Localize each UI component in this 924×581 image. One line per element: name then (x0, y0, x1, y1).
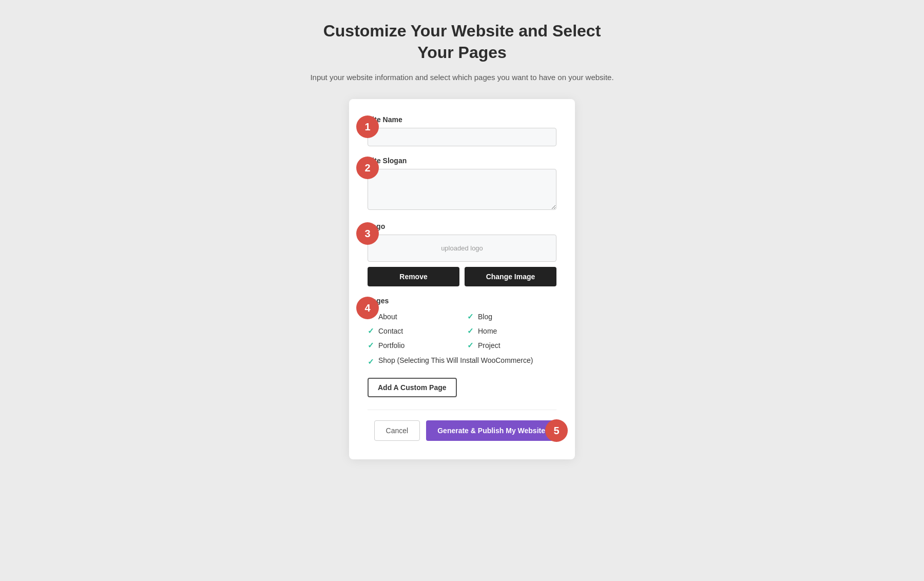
list-item[interactable]: ✓ Blog (467, 312, 556, 321)
page-portfolio-label: Portfolio (378, 341, 405, 350)
check-icon-portfolio: ✓ (368, 341, 374, 350)
list-item[interactable]: ✓ About (368, 312, 457, 321)
pages-section: 4 Pages ✓ About ✓ Blog ✓ Contact ✓ Home … (368, 297, 556, 397)
site-name-label: Site Name (368, 115, 556, 124)
check-icon-shop: ✓ (368, 357, 374, 366)
remove-button[interactable]: Remove (368, 267, 459, 286)
pages-grid: ✓ About ✓ Blog ✓ Contact ✓ Home ✓ Portfo… (368, 312, 556, 366)
check-icon-home: ✓ (467, 326, 474, 336)
step-5-badge: 5 (545, 419, 568, 442)
add-custom-page-button[interactable]: Add A Custom Page (368, 378, 457, 397)
site-name-section: 1 Site Name (368, 115, 556, 146)
step-2-badge: 2 (356, 157, 379, 179)
logo-preview: uploaded logo (368, 235, 556, 262)
form-footer: Cancel Generate & Publish My Website 5 (368, 420, 556, 441)
page-title: Customize Your Website and Select Your P… (308, 21, 616, 63)
site-slogan-section: 2 Site Slogan (368, 157, 556, 212)
generate-publish-button[interactable]: Generate & Publish My Website (426, 420, 556, 441)
check-icon-project: ✓ (467, 341, 474, 350)
logo-label: Logo (368, 222, 556, 230)
change-image-button[interactable]: Change Image (465, 267, 556, 286)
form-card: 1 Site Name 2 Site Slogan 3 Logo uploade… (349, 99, 575, 459)
list-item[interactable]: ✓ Contact (368, 326, 457, 336)
site-slogan-label: Site Slogan (368, 157, 556, 165)
page-home-label: Home (478, 327, 497, 335)
check-icon-contact: ✓ (368, 326, 374, 336)
step-1-badge: 1 (356, 115, 379, 138)
logo-buttons: Remove Change Image (368, 267, 556, 286)
page-subtitle: Input your website information and selec… (308, 71, 616, 84)
check-icon-blog: ✓ (467, 312, 474, 321)
page-blog-label: Blog (478, 313, 492, 321)
step-4-badge: 4 (356, 297, 379, 319)
list-item[interactable]: ✓ Portfolio (368, 341, 457, 350)
site-name-input[interactable] (368, 128, 556, 146)
pages-label: Pages (368, 297, 556, 305)
logo-placeholder-text: uploaded logo (441, 244, 483, 252)
page-project-label: Project (478, 341, 500, 350)
page-contact-label: Contact (378, 327, 403, 335)
list-item[interactable]: ✓ Home (467, 326, 556, 336)
cancel-button[interactable]: Cancel (374, 420, 420, 441)
logo-section: 3 Logo uploaded logo Remove Change Image (368, 222, 556, 286)
page-about-label: About (378, 313, 397, 321)
site-slogan-input[interactable] (368, 169, 556, 210)
page-shop-label: Shop (Selecting This Will Install WooCom… (378, 356, 533, 364)
divider (368, 410, 556, 410)
list-item[interactable]: ✓ Shop (Selecting This Will Install WooC… (368, 356, 556, 366)
list-item[interactable]: ✓ Project (467, 341, 556, 350)
step-3-badge: 3 (356, 222, 379, 245)
